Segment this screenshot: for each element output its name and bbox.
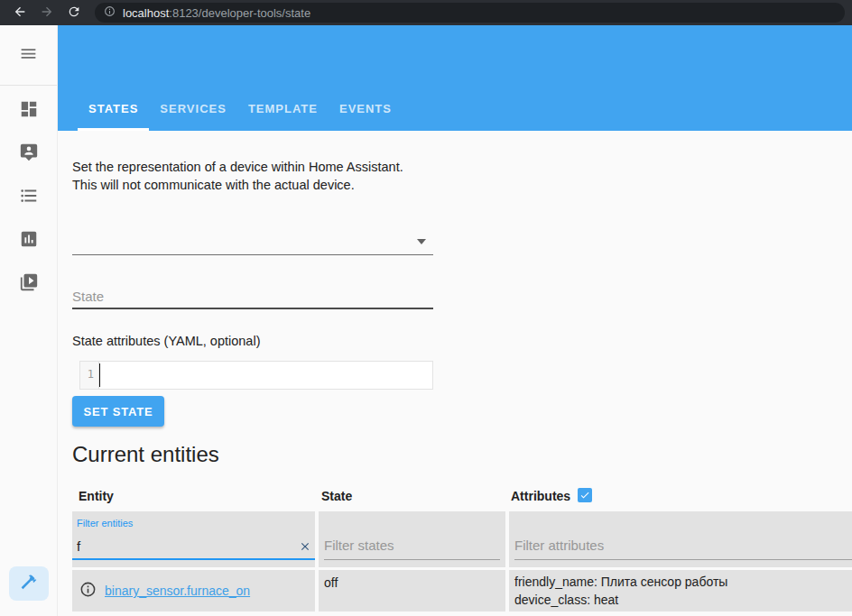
app-header: STATES SERVICES TEMPLATE EVENTS xyxy=(58,25,852,131)
browser-forward-button[interactable] xyxy=(34,2,59,23)
browser-toolbar: localhost:8123/developer-tools/state xyxy=(0,0,852,25)
states-panel: Set the representation of a device withi… xyxy=(58,131,852,616)
clear-filter-button[interactable] xyxy=(299,540,315,555)
attribute-line-2: device_class: heat xyxy=(514,591,852,609)
state-attributes-label: State attributes (YAML, optional) xyxy=(72,334,260,348)
chevron-down-icon xyxy=(417,239,426,244)
info-icon[interactable] xyxy=(79,581,97,601)
description-text: Set the representation of a device withi… xyxy=(72,158,403,194)
address-bar[interactable]: localhost:8123/developer-tools/state xyxy=(95,3,845,23)
tab-events[interactable]: EVENTS xyxy=(329,87,403,131)
tab-services[interactable]: SERVICES xyxy=(149,87,237,131)
state-filter-cell xyxy=(319,511,505,567)
set-state-button[interactable]: SET STATE xyxy=(72,396,164,427)
sidebar-item-map[interactable] xyxy=(0,133,57,176)
yaml-editor[interactable]: 1 xyxy=(79,361,433,390)
attributes-filter-input[interactable] xyxy=(514,536,852,559)
entity-filter-input[interactable] xyxy=(72,538,299,556)
close-icon xyxy=(299,540,311,553)
table-row-entity-cell: binary_sensor.furnace_on xyxy=(72,570,315,611)
attributes-filter-cell xyxy=(509,511,852,567)
hammer-icon xyxy=(20,573,38,594)
state-filter-input[interactable] xyxy=(324,536,500,559)
entity-filter-cell: Filter entities xyxy=(72,511,315,567)
table-row-state-cell: off xyxy=(319,570,505,611)
column-header-attributes: Attributes xyxy=(509,489,852,509)
sidebar-item-overview[interactable] xyxy=(0,89,57,133)
tab-template[interactable]: TEMPLATE xyxy=(237,87,329,131)
hamburger-menu-icon xyxy=(19,44,38,66)
dashboard-icon xyxy=(19,99,39,123)
sidebar-item-developer-tools[interactable] xyxy=(9,566,49,601)
page-info-icon[interactable] xyxy=(104,5,116,21)
entity-picker-dropdown[interactable] xyxy=(72,214,433,255)
entity-filter-label: Filter entities xyxy=(72,518,315,531)
url-path: :8123/developer-tools/state xyxy=(169,6,310,20)
state-input[interactable] xyxy=(72,275,433,308)
sidebar xyxy=(0,25,58,616)
bulleted-list-icon xyxy=(19,186,39,209)
attributes-header-label: Attributes xyxy=(511,489,570,503)
person-tooltip-icon xyxy=(19,143,39,166)
description-line-1: Set the representation of a device withi… xyxy=(72,158,403,176)
sidebar-item-media-browser[interactable] xyxy=(0,262,57,306)
tab-states[interactable]: STATES xyxy=(78,87,149,131)
entity-link[interactable]: binary_sensor.furnace_on xyxy=(105,584,250,598)
state-input-wrapper xyxy=(72,275,433,309)
browser-reload-button[interactable] xyxy=(61,2,86,23)
forward-arrow-icon xyxy=(40,5,54,22)
current-entities-title: Current entities xyxy=(72,442,219,467)
checkmark-icon xyxy=(579,490,590,501)
browser-back-button[interactable] xyxy=(7,2,32,23)
tab-bar: STATES SERVICES TEMPLATE EVENTS xyxy=(78,87,403,131)
sidebar-item-history[interactable] xyxy=(0,219,57,262)
bar-chart-box-icon xyxy=(19,229,39,253)
column-header-state: State xyxy=(319,489,505,509)
url-host: localhost xyxy=(123,6,169,20)
attributes-checkbox[interactable] xyxy=(578,488,592,502)
editor-line-number: 1 xyxy=(80,362,99,389)
description-line-2: This will not communicate with the actua… xyxy=(72,176,403,194)
reload-icon xyxy=(67,5,81,22)
sidebar-menu-button[interactable] xyxy=(16,44,41,66)
table-row-attributes-cell: friendly_name: Плита сенсор работы devic… xyxy=(509,570,852,611)
media-play-stack-icon xyxy=(19,272,39,296)
editor-cursor xyxy=(99,363,100,387)
attribute-line-1: friendly_name: Плита сенсор работы xyxy=(514,573,852,591)
column-header-entity: Entity xyxy=(72,489,315,509)
sidebar-item-logbook[interactable] xyxy=(0,176,57,219)
entities-table: Entity State Attributes Filter entities xyxy=(72,489,852,611)
url-text: localhost:8123/developer-tools/state xyxy=(123,6,310,20)
back-arrow-icon xyxy=(13,5,27,22)
